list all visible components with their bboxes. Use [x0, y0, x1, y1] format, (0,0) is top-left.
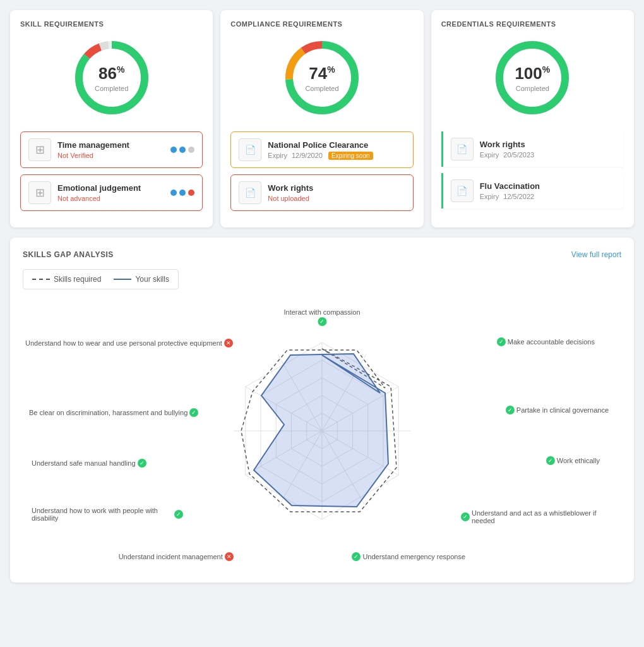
radar-grid	[234, 342, 410, 519]
work-rights-credential-card: 📄 Work rights Expiry 20/5/2023	[441, 131, 624, 167]
flu-vaccination-icon: 📄	[451, 179, 474, 202]
credentials-completed: Completed	[515, 85, 550, 92]
emotional-judgement-name: Emotional judgement	[57, 183, 164, 193]
check-icon-manual-handling: ✓	[138, 459, 146, 468]
radar-chart-container: Interact with compassion ✓ ✓ Make accoun…	[23, 305, 621, 570]
label-interact-compassion: Interact with compassion ✓	[283, 308, 360, 326]
work-rights-compliance-status: Not uploaded	[268, 195, 405, 202]
flu-vaccination-expiry: Expiry 12/5/2022	[480, 193, 540, 200]
compliance-percent: 74%	[305, 64, 338, 83]
legend-your-skills: Your skills	[114, 275, 169, 284]
credentials-requirements-panel: CREDENTIALS REQUIREMENTS 100% Completed …	[431, 10, 634, 227]
emotional-judgement-status: Not advanced	[57, 195, 164, 202]
police-clearance-card: 📄 National Police Clearance Expiry 12/9/…	[230, 131, 413, 168]
label-manual-handling: Understand safe manual handling ✓	[32, 459, 146, 468]
dot-5	[179, 190, 186, 196]
top-panels: SKILL REQUIREMENTS 86% Completed	[0, 0, 644, 238]
police-clearance-info: National Police Clearance Expiry 12/9/20…	[268, 140, 405, 159]
label-emergency-response: ✓ Understand emergency response	[352, 552, 465, 561]
work-rights-compliance-info: Work rights Not uploaded	[268, 183, 405, 202]
dot-3	[188, 147, 194, 153]
credentials-percent: 100%	[515, 64, 550, 83]
credentials-requirements-title: CREDENTIALS REQUIREMENTS	[441, 20, 624, 28]
label-clinical-governance: ✓ Partake in clinical governance	[506, 406, 609, 414]
work-rights-compliance-name: Work rights	[268, 183, 405, 193]
emotional-judgement-info: Emotional judgement Not advanced	[57, 183, 164, 202]
work-rights-credential-info: Work rights Expiry 20/5/2023	[480, 140, 535, 159]
police-clearance-expiry-date: 12/9/2020	[292, 152, 323, 159]
compliance-completed: Completed	[305, 85, 338, 92]
skill-requirements-panel: SKILL REQUIREMENTS 86% Completed	[10, 10, 213, 227]
label-accountable-decisions: ✓ Make accountable decisions	[497, 337, 595, 346]
skills-gap-section: SKILLS GAP ANALYSIS View full report Ski…	[10, 238, 634, 583]
time-management-dots	[170, 147, 194, 153]
label-discrimination: Be clear on discrimination, harassment a…	[29, 408, 198, 417]
compliance-donut: 74% Completed	[281, 37, 363, 119]
dot-2	[179, 147, 186, 153]
skill-donut-label: 86% Completed	[95, 64, 128, 92]
skill-donut: 86% Completed	[71, 37, 153, 119]
police-clearance-expiry-row: Expiry 12/9/2020 Expiring soon	[268, 152, 405, 159]
skill-donut-container: 86% Completed	[20, 37, 203, 119]
check-icon-ethically: ✓	[546, 456, 555, 465]
check-icon-whistleblower: ✓	[461, 512, 470, 521]
time-management-icon: ⊞	[28, 138, 51, 161]
credentials-donut-container: 100% Completed	[441, 37, 624, 119]
work-rights-compliance-icon: 📄	[239, 181, 261, 204]
work-rights-compliance-card: 📄 Work rights Not uploaded	[230, 174, 413, 211]
compliance-requirements-title: COMPLIANCE REQUIREMENTS	[230, 20, 413, 28]
time-management-status: Not Verified	[57, 152, 164, 159]
emotional-judgement-dots	[170, 190, 194, 196]
check-icon-emergency: ✓	[352, 552, 361, 561]
x-icon-incident: ✕	[225, 552, 234, 561]
flu-vaccination-name: Flu Vaccination	[480, 181, 540, 191]
emotional-judgement-card: ⊞ Emotional judgement Not advanced	[20, 174, 203, 211]
view-full-report-link[interactable]: View full report	[571, 250, 621, 259]
check-icon-governance: ✓	[506, 406, 515, 414]
label-ppe: Understand how to wear and use personal …	[25, 339, 233, 348]
credentials-donut: 100% Completed	[491, 37, 573, 119]
dot-4	[170, 190, 177, 196]
compliance-donut-container: 74% Completed	[230, 37, 413, 119]
police-clearance-name: National Police Clearance	[268, 140, 405, 150]
legend-required-label: Skills required	[54, 275, 101, 284]
skills-gap-header: SKILLS GAP ANALYSIS View full report	[23, 250, 621, 259]
credentials-donut-label: 100% Completed	[515, 64, 550, 92]
time-management-info: Time management Not Verified	[57, 140, 164, 159]
skills-gap-title: SKILLS GAP ANALYSIS	[23, 250, 114, 259]
x-icon-ppe: ✕	[224, 339, 233, 348]
time-management-card: ⊞ Time management Not Verified	[20, 131, 203, 168]
dashed-line-icon	[32, 279, 50, 280]
legend: Skills required Your skills	[23, 269, 179, 289]
dot-1	[170, 147, 177, 153]
work-rights-credential-icon: 📄	[451, 138, 474, 160]
label-disability: Understand how to work with people with …	[32, 507, 183, 522]
check-icon-disability: ✓	[174, 510, 183, 519]
compliance-donut-label: 74% Completed	[305, 64, 338, 92]
check-icon-discrimination: ✓	[189, 408, 198, 417]
legend-required: Skills required	[32, 275, 101, 284]
emotional-judgement-icon: ⊞	[28, 181, 51, 204]
police-clearance-expiry-label: Expiry	[268, 152, 287, 159]
check-icon-compassion: ✓	[318, 317, 326, 326]
check-icon-accountable: ✓	[497, 337, 506, 346]
svg-marker-28	[254, 354, 388, 507]
police-clearance-icon: 📄	[239, 138, 261, 161]
dot-6	[188, 190, 194, 196]
label-incident-management: Understand incident management ✕	[119, 552, 234, 561]
flu-vaccination-card: 📄 Flu Vaccination Expiry 12/5/2022	[441, 173, 624, 209]
flu-vaccination-info: Flu Vaccination Expiry 12/5/2022	[480, 181, 540, 200]
work-rights-credential-expiry: Expiry 20/5/2023	[480, 151, 535, 159]
legend-your-skills-label: Your skills	[135, 275, 169, 284]
time-management-name: Time management	[57, 140, 164, 150]
skill-requirements-title: SKILL REQUIREMENTS	[20, 20, 203, 28]
skill-percent: 86%	[95, 64, 128, 83]
skill-completed: Completed	[95, 85, 128, 92]
solid-line-icon	[114, 279, 131, 280]
label-whistleblower: ✓ Understand and act as a whistleblower …	[461, 509, 612, 524]
expiring-soon-badge: Expiring soon	[328, 152, 373, 160]
compliance-requirements-panel: COMPLIANCE REQUIREMENTS 74% Completed 📄 …	[220, 10, 423, 227]
work-rights-credential-name: Work rights	[480, 140, 535, 149]
label-work-ethically: ✓ Work ethically	[546, 456, 600, 465]
